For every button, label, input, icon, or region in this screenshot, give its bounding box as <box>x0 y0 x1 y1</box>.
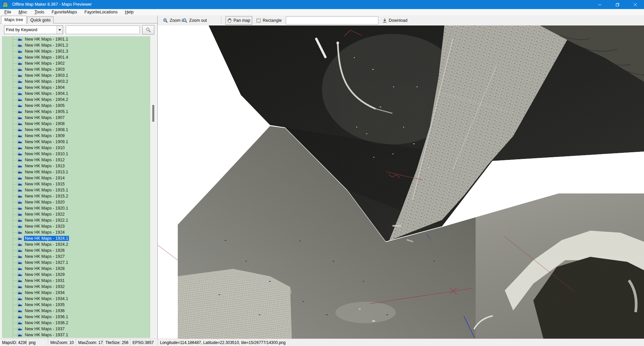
download-button[interactable]: Download <box>381 15 409 25</box>
tree-item-label: New HK Maps - 1908 <box>24 121 66 126</box>
tree-item-label: New HK Maps - 1926 <box>24 248 66 253</box>
map-thumbnail-icon <box>17 236 22 240</box>
tree-item[interactable]: New HK Maps - 1935 <box>2 302 150 308</box>
tree-item[interactable]: New HK Maps - 1926 <box>2 247 150 253</box>
tree-item-label: New HK Maps - 1901.1 <box>24 37 69 42</box>
restore-button[interactable] <box>608 0 626 9</box>
menu-item-favoritemaps[interactable]: FavoriteMaps <box>48 9 80 15</box>
tree-item[interactable]: New HK Maps - 1924.1 <box>2 235 150 241</box>
pan-map-button[interactable]: Pan map <box>225 16 252 25</box>
tree-item[interactable]: New HK Maps - 1927 <box>2 253 150 260</box>
tree-item[interactable]: New HK Maps - 1912 <box>2 157 150 163</box>
map-viewport[interactable] <box>158 25 644 339</box>
tree-item[interactable]: New HK Maps - 1909.1 <box>2 139 150 145</box>
map-thumbnail-icon <box>17 85 22 90</box>
title-bar[interactable]: Offline Map Maker 8.367 - Maps Previewer <box>0 0 644 9</box>
tree-item-label: New HK Maps - 1910 <box>24 145 66 151</box>
tree-item[interactable]: New HK Maps - 1909 <box>2 133 150 139</box>
tree-scrollbar[interactable] <box>151 36 155 338</box>
tree-item[interactable]: New HK Maps - 1924 <box>2 229 150 235</box>
menu-item-help[interactable]: Help <box>121 9 137 15</box>
tree-item[interactable]: New HK Maps - 1934.1 <box>2 296 150 302</box>
tree-item[interactable]: New HK Maps - 1920 <box>2 199 150 205</box>
map-thumbnail-icon <box>17 333 22 337</box>
rectangle-select-button[interactable]: Rectangle <box>255 15 283 25</box>
menu-item-tools[interactable]: Tools <box>31 9 48 15</box>
tree-item[interactable]: New HK Maps - 1905 <box>2 103 150 109</box>
tree-item[interactable]: New HK Maps - 1914 <box>2 175 150 181</box>
tree-item[interactable]: New HK Maps - 1936.1 <box>2 314 150 320</box>
tree-item-label: New HK Maps - 1928 <box>24 266 66 271</box>
tree-item[interactable]: New HK Maps - 1920.1 <box>2 205 150 211</box>
tree-item-label: New HK Maps - 1920.1 <box>24 206 69 211</box>
tree-item[interactable]: New HK Maps - 1934 <box>2 290 150 296</box>
tree-item[interactable]: New HK Maps - 1907 <box>2 115 150 121</box>
tree-item[interactable]: New HK Maps - 1927.1 <box>2 260 150 266</box>
tree-item[interactable]: New HK Maps - 1915 <box>2 181 150 187</box>
tree-item[interactable]: New HK Maps - 1903.2 <box>2 78 150 84</box>
tree-item[interactable]: New HK Maps - 1913.1 <box>2 169 150 175</box>
tree-item-label: New HK Maps - 1904.1 <box>24 91 69 96</box>
search-input[interactable] <box>66 25 140 34</box>
tree-item[interactable]: New HK Maps - 1908 <box>2 121 150 127</box>
search-button[interactable] <box>142 25 154 35</box>
tree-item[interactable]: New HK Maps - 1904 <box>2 84 150 91</box>
tree-item[interactable]: New HK Maps - 1937.1 <box>2 332 150 338</box>
menu-item-favoritelocations[interactable]: FavoriteLocations <box>81 9 121 15</box>
tree-item[interactable]: New HK Maps - 1913 <box>2 163 150 169</box>
tree-item[interactable]: New HK Maps - 1910 <box>2 145 150 151</box>
maps-tree-list[interactable]: New HK Maps - 1901.1New HK Maps - 1901.2… <box>2 36 150 338</box>
tree-item[interactable]: New HK Maps - 1901.2 <box>2 42 150 48</box>
tree-item[interactable]: New HK Maps - 1905.1 <box>2 109 150 115</box>
tree-item[interactable]: New HK Maps - 1924.2 <box>2 241 150 247</box>
map-thumbnail-icon <box>17 79 22 83</box>
tree-item[interactable]: New HK Maps - 1902 <box>2 60 150 66</box>
tree-item-label: New HK Maps - 1915 <box>24 181 66 187</box>
tree-item[interactable]: New HK Maps - 1908.1 <box>2 127 150 133</box>
tree-item[interactable]: New HK Maps - 1904.2 <box>2 97 150 103</box>
tree-item[interactable]: New HK Maps - 1937 <box>2 326 150 332</box>
tree-item[interactable]: New HK Maps - 1903 <box>2 66 150 72</box>
chevron-down-icon[interactable] <box>56 26 63 34</box>
toolbar-text-input[interactable] <box>286 16 378 24</box>
tree-item-label: New HK Maps - 1904.2 <box>24 97 69 102</box>
tree-item[interactable]: New HK Maps - 1936.2 <box>2 320 150 326</box>
tree-item[interactable]: New HK Maps - 1903.1 <box>2 72 150 78</box>
zoom-out-button[interactable]: Zoom out <box>181 15 208 25</box>
tree-item[interactable]: New HK Maps - 1904.1 <box>2 91 150 97</box>
tab-maps-tree[interactable]: Maps tree <box>1 16 26 23</box>
tree-item[interactable]: New HK Maps - 1915.1 <box>2 187 150 193</box>
status-segment: png <box>27 339 48 346</box>
map-thumbnail-icon <box>17 248 22 252</box>
tree-item[interactable]: New HK Maps - 1922 <box>2 211 150 217</box>
map-thumbnail-icon <box>17 224 22 228</box>
tree-item[interactable]: New HK Maps - 1901.1 <box>2 36 150 42</box>
tree-item[interactable]: New HK Maps - 1901.3 <box>2 48 150 54</box>
tree-item[interactable]: New HK Maps - 1929 <box>2 272 150 278</box>
tree-item[interactable]: New HK Maps - 1915.2 <box>2 193 150 199</box>
menu-item-misc[interactable]: Misc <box>15 9 31 15</box>
tree-item-label: New HK Maps - 1912 <box>24 157 66 163</box>
tree-item-label: New HK Maps - 1915.2 <box>24 193 69 199</box>
map-thumbnail-icon <box>17 315 22 319</box>
tree-item[interactable]: New HK Maps - 1932 <box>2 284 150 290</box>
tree-item[interactable]: New HK Maps - 1928 <box>2 266 150 272</box>
minimize-button[interactable] <box>591 0 608 9</box>
tree-item[interactable]: New HK Maps - 1910.1 <box>2 151 150 157</box>
tree-item[interactable]: New HK Maps - 1901.4 <box>2 54 150 60</box>
tree-scrollbar-thumb[interactable] <box>152 105 154 122</box>
map-thumbnail-icon <box>17 273 22 277</box>
tree-item[interactable]: New HK Maps - 1931 <box>2 278 150 284</box>
tree-item[interactable]: New HK Maps - 1923 <box>2 223 150 229</box>
find-mode-select[interactable]: Find by Keyword <box>4 25 63 34</box>
tab-quick-goto[interactable]: Quick goto <box>27 16 54 23</box>
map-thumbnail-icon <box>17 267 22 271</box>
tree-item[interactable]: New HK Maps - 1922.1 <box>2 217 150 223</box>
close-button[interactable] <box>626 0 644 9</box>
menu-item-file[interactable]: File <box>1 9 14 15</box>
tree-item-label: New HK Maps - 1924.2 <box>24 242 69 247</box>
tree-item[interactable]: New HK Maps - 1936 <box>2 308 150 314</box>
tree-item-label: New HK Maps - 1923 <box>24 224 66 229</box>
sidebar-tabs: Maps tree Quick goto <box>1 16 54 23</box>
tree-item-label: New HK Maps - 1927 <box>24 254 66 259</box>
